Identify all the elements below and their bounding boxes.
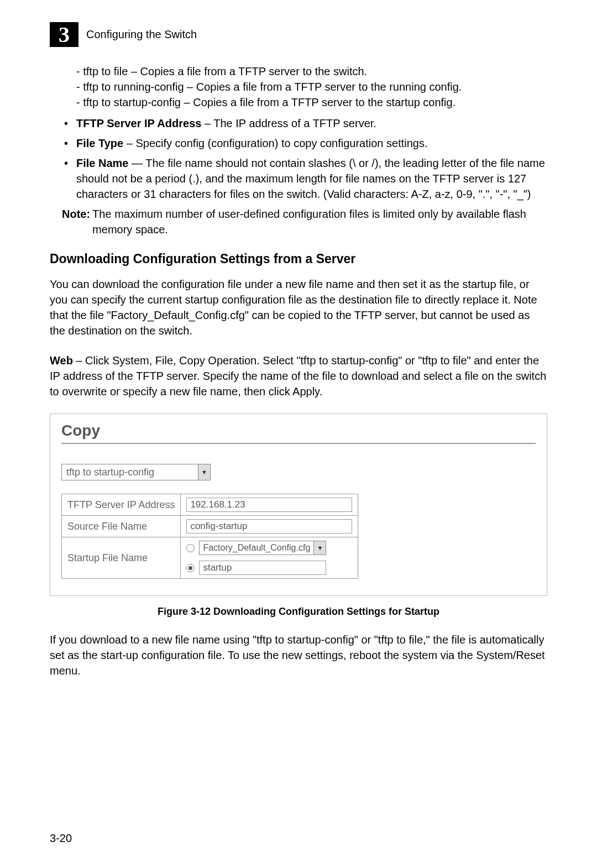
operation-select[interactable]: tftp to startup-config ▼	[61, 464, 211, 480]
bullet-item: File Type – Specify config (configuratio…	[62, 135, 547, 151]
section-paragraph: Web – Click System, File, Copy Operation…	[50, 353, 547, 399]
web-instructions: – Click System, File, Copy Operation. Se…	[50, 354, 546, 398]
field-label: Startup File Name	[62, 537, 181, 579]
source-file-input[interactable]	[186, 519, 352, 534]
bullet-item: TFTP Server IP Address – The IP address …	[62, 116, 547, 131]
table-row: TFTP Server IP Address	[62, 494, 358, 516]
startup-file-select[interactable]: Factory_Default_Config.cfg ▼	[199, 541, 326, 555]
section-paragraph: You can download the configuration file …	[50, 276, 547, 338]
sub-option: - tftp to running-config – Copies a file…	[76, 79, 547, 95]
startup-file-radio-new[interactable]	[186, 564, 195, 572]
field-bullets: TFTP Server IP Address – The IP address …	[62, 116, 547, 202]
note-text: The maximum number of user-defined confi…	[92, 206, 547, 237]
section-heading: Downloading Configuration Settings from …	[50, 252, 547, 266]
chapter-number-badge: 3	[50, 22, 78, 47]
startup-file-radio-existing[interactable]	[186, 544, 195, 552]
web-label: Web	[50, 354, 73, 367]
bullet-term: TFTP Server IP Address	[76, 117, 201, 129]
sub-option: - tftp to file – Copies a file from a TF…	[76, 64, 547, 79]
bullet-desc: – Specify config (configuration) to copy…	[123, 137, 427, 149]
table-row: Source File Name	[62, 516, 358, 537]
operation-select-value: tftp to startup-config	[66, 467, 154, 478]
panel-divider	[61, 443, 536, 444]
panel-title: Copy	[61, 422, 536, 440]
bullet-desc: — The file name should not contain slash…	[76, 157, 545, 200]
note-label: Note:	[62, 206, 90, 237]
note: Note: The maximum number of user-defined…	[62, 206, 547, 237]
field-label: Source File Name	[62, 516, 181, 537]
sub-option-list: - tftp to file – Copies a file from a TF…	[76, 64, 547, 110]
chevron-down-icon: ▼	[313, 541, 326, 555]
chevron-down-icon: ▼	[198, 464, 210, 480]
tftp-ip-input[interactable]	[186, 498, 352, 512]
startup-file-new-input[interactable]	[199, 561, 326, 575]
bullet-term: File Type	[76, 137, 123, 149]
table-row: Startup File Name Factory_Default_Config…	[62, 537, 358, 579]
startup-file-select-value: Factory_Default_Config.cfg	[203, 543, 310, 553]
sub-option: - tftp to startup-config – Copies a file…	[76, 95, 547, 110]
page-header: 3 Configuring the Switch	[50, 22, 547, 47]
figure-caption: Figure 3-12 Downloading Configuration Se…	[50, 606, 547, 618]
chapter-title: Configuring the Switch	[86, 28, 197, 41]
bullet-desc: – The IP address of a TFTP server.	[201, 117, 376, 129]
page-number: 3-20	[50, 832, 72, 845]
after-figure-paragraph: If you download to a new file name using…	[50, 632, 547, 678]
copy-form-table: TFTP Server IP Address Source File Name …	[61, 494, 358, 579]
bullet-term: File Name	[76, 157, 128, 169]
figure-copy-panel: Copy tftp to startup-config ▼ TFTP Serve…	[50, 414, 547, 596]
field-label: TFTP Server IP Address	[62, 494, 181, 516]
bullet-item: File Name — The file name should not con…	[62, 155, 547, 202]
